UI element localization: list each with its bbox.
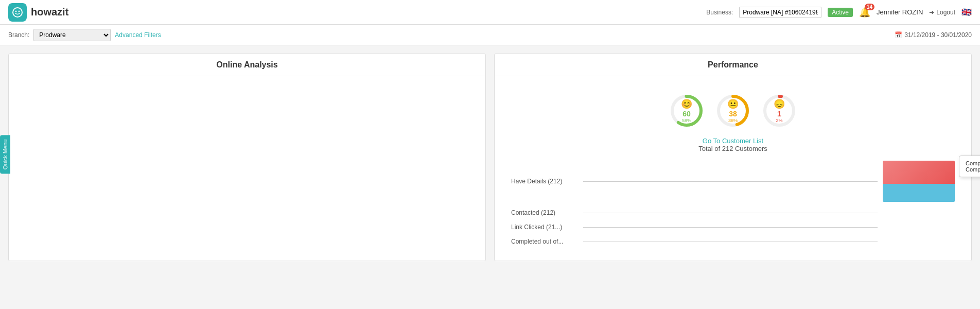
svg-point-2	[19, 10, 20, 12]
online-analysis-panel: Online Analysis	[8, 54, 486, 261]
emoji-row: 😊 60 58% 😐	[503, 93, 963, 129]
neutral-emoji: 😐	[727, 98, 739, 110]
happy-circle: 😊 60 58%	[669, 93, 705, 129]
goto-customer-link[interactable]: Go To Customer List	[503, 137, 963, 145]
bar-label-contacted: Contacted (212)	[511, 209, 578, 216]
tooltip-line2: Completed out of Contacted (78%)	[966, 166, 980, 173]
neutral-percent: 36%	[728, 118, 738, 123]
tooltip-line1: Completed out of Link clicked (78%)	[966, 160, 980, 166]
logout-icon: ➜	[929, 9, 934, 16]
neutral-number: 38	[729, 110, 737, 118]
svg-point-0	[13, 8, 22, 17]
total-customers: Total of 212 Customers	[503, 145, 963, 152]
logo-area: howazit	[8, 3, 68, 22]
header-right: Business: Active 🔔 14 Jennifer ROZIN ➜ L…	[706, 7, 972, 18]
bar-row-completed: Completed out of...	[511, 238, 955, 245]
bar-label-have-details: Have Details (212)	[511, 178, 578, 185]
stacked-bar-1: Completed out of Link clicked (78%) Comp…	[883, 161, 955, 202]
sad-number: 1	[777, 110, 781, 118]
date-range: 📅 31/12/2019 - 30/01/2020	[895, 31, 972, 39]
branch-label: Branch:	[8, 31, 29, 39]
bar-red-1	[883, 161, 955, 184]
online-analysis-body	[9, 76, 485, 93]
bar-line-2	[583, 213, 878, 213]
online-analysis-header: Online Analysis	[9, 54, 485, 76]
bar-blue-1	[883, 184, 955, 202]
tooltip-box: Completed out of Link clicked (78%) Comp…	[959, 156, 980, 177]
bar-row-link-clicked: Link Clicked (21...)	[511, 224, 955, 231]
business-input[interactable]	[739, 7, 821, 18]
advanced-filters-link[interactable]: Advanced Filters	[115, 31, 161, 39]
bar-row-have-details: Have Details (212) Completed out of Link…	[511, 161, 955, 202]
sad-emoji: 😞	[774, 98, 785, 110]
happy-circle-wrap: 😊 60 58%	[669, 93, 705, 129]
bar-line-4	[583, 242, 878, 242]
sad-circle: 😞 1 2%	[761, 93, 797, 129]
bar-label-link-clicked: Link Clicked (21...)	[511, 224, 578, 231]
neutral-circle-wrap: 😐 38 36%	[715, 93, 751, 129]
main-content: Online Analysis Performance 😊	[0, 45, 980, 269]
quick-menu-tab[interactable]: Quick Menu	[0, 135, 10, 174]
svg-point-1	[15, 10, 17, 12]
business-label: Business:	[706, 9, 733, 16]
date-range-text: 31/12/2019 - 30/01/2020	[904, 31, 972, 39]
bar-visual-1: Completed out of Link clicked (78%) Comp…	[883, 161, 955, 202]
neutral-circle: 😐 38 36%	[715, 93, 751, 129]
active-badge: Active	[828, 8, 853, 17]
sad-percent: 2%	[776, 118, 782, 123]
logout-label: Logout	[936, 9, 955, 16]
neutral-circle-center: 😐 38 36%	[727, 98, 739, 123]
sub-header: Branch: Prodware Advanced Filters 📅 31/1…	[0, 25, 980, 45]
bar-line-3	[583, 227, 878, 228]
happy-percent: 58%	[682, 118, 691, 123]
happy-emoji: 😊	[681, 98, 692, 110]
logo-text: howazit	[31, 6, 68, 18]
header: howazit Business: Active 🔔 14 Jennifer R…	[0, 0, 980, 25]
bar-row-contacted: Contacted (212)	[511, 209, 955, 216]
branch-select[interactable]: Prodware	[33, 29, 111, 41]
notification-bell[interactable]: 🔔 14	[859, 7, 870, 18]
performance-body: 😊 60 58% 😐	[495, 76, 971, 261]
branch-area: Branch: Prodware Advanced Filters	[8, 29, 161, 41]
bar-rows: Have Details (212) Completed out of Link…	[503, 161, 963, 245]
logo-icon	[8, 3, 27, 22]
bar-line-1	[583, 181, 878, 182]
bar-label-completed: Completed out of...	[511, 238, 578, 245]
notification-count: 14	[865, 4, 874, 10]
sad-circle-wrap: 😞 1 2%	[761, 93, 797, 129]
user-name: Jennifer ROZIN	[877, 8, 923, 16]
happy-circle-center: 😊 60 58%	[681, 98, 692, 123]
performance-panel: Performance 😊 60 58%	[494, 54, 972, 261]
logout-button[interactable]: ➜ Logout	[929, 9, 955, 16]
performance-header: Performance	[495, 54, 971, 76]
happy-number: 60	[682, 110, 691, 118]
language-flag[interactable]: 🇬🇧	[961, 7, 972, 17]
calendar-icon: 📅	[895, 31, 902, 39]
sad-circle-center: 😞 1 2%	[774, 98, 785, 123]
